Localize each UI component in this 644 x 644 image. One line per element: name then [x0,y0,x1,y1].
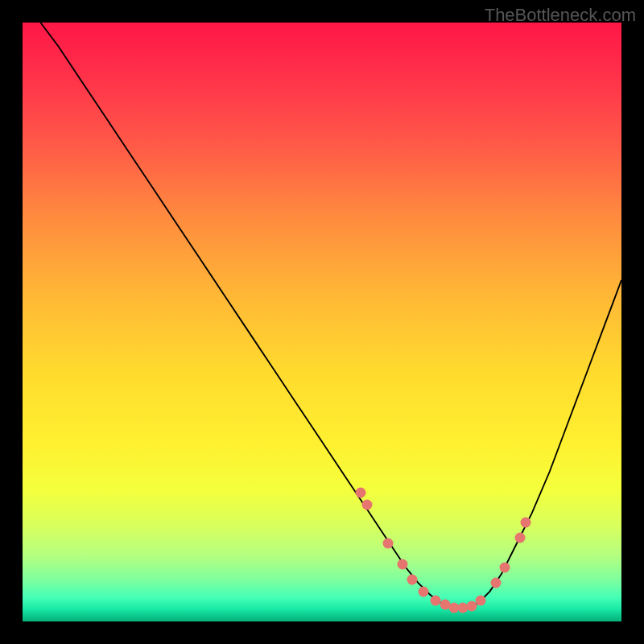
data-point [356,488,366,498]
data-point [398,559,408,570]
data-point [499,563,510,573]
data-point [382,539,393,549]
data-point [419,586,429,597]
watermark-text: TheBottleneck.com [485,5,636,26]
scatter-points-layer [23,23,621,621]
data-point [514,532,525,543]
data-point [476,595,486,605]
data-point [490,577,501,588]
data-point [520,518,530,528]
plot-area [23,23,621,621]
data-point [361,499,372,510]
data-point [407,574,417,584]
